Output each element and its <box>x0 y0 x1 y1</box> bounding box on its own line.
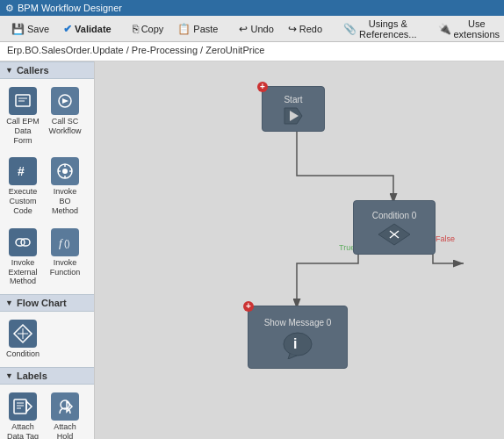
usings-label: Usings & References... <box>359 18 416 40</box>
breadcrumb-text: Erp.BO.SalesOrder.Update / Pre-Processin… <box>7 45 264 55</box>
flowchart-arrow: ▼ <box>5 299 13 307</box>
invoke-bo-label: Invoke BO Method <box>48 187 82 215</box>
sidebar-item-condition[interactable]: Condition <box>4 315 42 363</box>
call-epm-label: Call EPM Data Form <box>6 117 40 145</box>
invoke-external-label: Invoke External Method <box>6 258 40 286</box>
app-icon: ⚙ <box>5 3 14 14</box>
condition-icon <box>9 320 37 348</box>
redo-button[interactable]: ↪ Redo <box>282 20 328 38</box>
labels-arrow: ▼ <box>5 371 13 380</box>
invoke-external-icon <box>9 228 37 256</box>
execute-custom-icon: # <box>9 157 37 185</box>
redo-icon: ↪ <box>288 23 297 35</box>
sidebar-item-invoke-function[interactable]: f() Invoke Function <box>46 224 84 291</box>
conn-start-condition <box>297 130 393 204</box>
title-label: BPM Workflow Designer <box>18 3 122 13</box>
undo-button[interactable]: ↩ Undo <box>233 20 279 38</box>
attach-hold-label: Attach Hold <box>48 422 82 439</box>
svg-marker-23 <box>26 401 32 412</box>
paste-button[interactable]: 📋 Paste <box>171 20 224 38</box>
undo-icon: ↩ <box>239 23 248 35</box>
copy-icon: ⎘ <box>133 23 139 35</box>
svg-point-38 <box>284 333 312 356</box>
svg-marker-4 <box>62 98 68 104</box>
sidebar-item-call-epm[interactable]: Call EPM Data Form <box>4 83 42 149</box>
labels-label: Labels <box>17 371 47 381</box>
svg-text:(): () <box>64 239 70 248</box>
svg-text:#: # <box>18 164 25 178</box>
attach-data-tag-label: Attach Data Tag <box>6 422 40 439</box>
paste-label: Paste <box>193 24 218 34</box>
call-sc-icon <box>51 87 79 115</box>
start-plus[interactable]: + <box>257 82 268 92</box>
sidebar-item-execute-custom[interactable]: # Execute Custom Code <box>4 153 42 220</box>
svg-point-7 <box>62 169 68 174</box>
section-callers[interactable]: ▼ Callers <box>0 61 94 79</box>
invoke-function-icon: f() <box>51 228 79 256</box>
message-title: Show Message 0 <box>261 316 335 329</box>
callers-items: Call EPM Data Form Call SC Workflow # Ex… <box>0 79 94 294</box>
callers-label: Callers <box>17 65 49 76</box>
extensions-icon: 🔌 <box>438 23 451 35</box>
usings-icon: 📎 <box>343 23 356 35</box>
toolbar: 💾 Save ✔ Validate ⎘ Copy 📋 Paste ↩ Undo … <box>0 16 504 42</box>
execute-custom-label: Execute Custom Code <box>6 187 40 215</box>
svg-rect-13 <box>21 239 30 246</box>
condition0-title: Condition 0 <box>369 209 421 222</box>
section-flowchart[interactable]: ▼ Flow Chart <box>0 294 94 312</box>
save-button[interactable]: 💾 Save <box>5 20 55 38</box>
usings-button[interactable]: 📎 Usings & References... <box>337 16 422 42</box>
svg-rect-12 <box>16 239 25 246</box>
call-epm-icon <box>9 87 37 115</box>
node-condition0[interactable]: Condition 0 <box>353 200 436 255</box>
title-bar: ⚙ BPM Workflow Designer <box>0 0 504 16</box>
node-start[interactable]: + Start <box>262 86 325 132</box>
svg-text:i: i <box>293 336 297 351</box>
message-plus[interactable]: + <box>243 301 254 312</box>
sidebar-item-attach-hold[interactable]: Attach Hold <box>46 388 84 439</box>
redo-label: Redo <box>299 24 322 34</box>
conn-condition-false <box>433 230 464 263</box>
validate-icon: ✔ <box>63 23 72 35</box>
workflow-canvas[interactable]: True False + Start Condition 0 <box>95 61 504 439</box>
main-layout: ▼ Callers Call EPM Data Form Call SC Wor… <box>0 61 504 439</box>
sidebar: ▼ Callers Call EPM Data Form Call SC Wor… <box>0 61 95 439</box>
undo-label: Undo <box>250 24 273 34</box>
labels-items: Attach Data Tag Attach Hold <box>0 385 94 439</box>
copy-button[interactable]: ⎘ Copy <box>126 20 170 38</box>
attach-data-tag-icon <box>9 392 37 421</box>
start-icon <box>281 106 306 126</box>
invoke-bo-icon <box>51 157 79 185</box>
call-sc-label: Call SC Workflow <box>48 117 82 136</box>
extensions-button[interactable]: 🔌 Use extensions <box>432 16 505 42</box>
callers-arrow: ▼ <box>5 66 13 75</box>
flowchart-items: Condition <box>0 312 94 367</box>
paste-icon: 📋 <box>177 23 191 35</box>
node-show-message[interactable]: + Show Message 0 i <box>248 306 348 369</box>
save-label: Save <box>27 24 49 34</box>
start-title: Start <box>280 93 306 106</box>
false-label-svg: False <box>436 234 455 243</box>
sidebar-item-invoke-external[interactable]: Invoke External Method <box>4 224 42 291</box>
extensions-label: Use extensions <box>454 18 500 40</box>
attach-hold-icon <box>51 392 79 421</box>
validate-label: Validate <box>75 24 112 34</box>
save-icon: 💾 <box>11 23 25 35</box>
condition-label: Condition <box>6 349 40 359</box>
svg-rect-19 <box>14 399 26 414</box>
sidebar-item-call-sc[interactable]: Call SC Workflow <box>46 83 84 149</box>
message-icon: i <box>281 329 314 359</box>
sidebar-item-attach-data-tag[interactable]: Attach Data Tag <box>4 388 42 439</box>
flowchart-label: Flow Chart <box>17 298 67 308</box>
condition0-icon <box>377 222 412 247</box>
sidebar-item-invoke-bo[interactable]: Invoke BO Method <box>46 153 84 220</box>
breadcrumb: Erp.BO.SalesOrder.Update / Pre-Processin… <box>0 42 504 61</box>
section-labels[interactable]: ▼ Labels <box>0 367 94 385</box>
validate-button[interactable]: ✔ Validate <box>57 20 118 38</box>
conn-condition-message <box>297 230 358 309</box>
invoke-function-label: Invoke Function <box>48 258 82 277</box>
copy-label: Copy <box>141 24 164 34</box>
